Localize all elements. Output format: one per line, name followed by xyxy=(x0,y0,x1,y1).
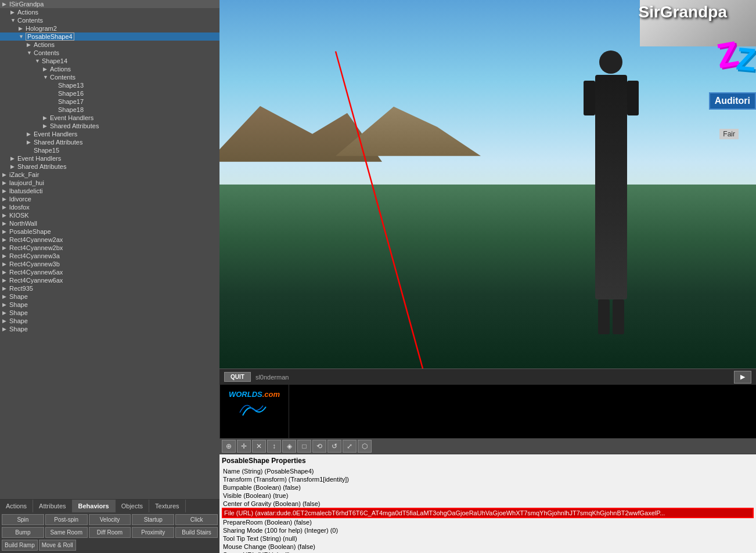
tree-item-rect4cya2bx[interactable]: ▶Rect4Cyannew2bx xyxy=(0,244,219,252)
prop-row-8[interactable]: Tool Tip Text (String) (null) xyxy=(222,534,754,543)
tree-item-posableshape[interactable]: ▶PosableShape xyxy=(0,227,219,236)
tree-item-shape_d[interactable]: ▶Shape xyxy=(0,317,219,325)
tab-textures[interactable]: Textures xyxy=(149,500,186,512)
tree-item-shape_e[interactable]: ▶Shape xyxy=(0,325,219,333)
tree-item-sharedattr1[interactable]: ▶Shared Attributes xyxy=(0,122,219,130)
tree-arrow-hologram2: ▶ xyxy=(19,26,26,31)
tree-item-sharedattr2[interactable]: ▶Shared Attributes xyxy=(0,138,219,146)
beh-btn-same-room[interactable]: Same Room xyxy=(45,527,88,538)
tree-item-hologram2[interactable]: ▶Hologram2 xyxy=(0,24,219,32)
tree-arrow-ldivorce: ▶ xyxy=(2,196,9,202)
tree-item-rect4cya3b[interactable]: ▶Rect4Cyannew3b xyxy=(0,260,219,268)
free-move-tool[interactable]: ↕ xyxy=(267,440,281,453)
tree-item-shape18[interactable]: Shape18 xyxy=(0,106,219,114)
tree-item-rect4cya5ax[interactable]: ▶Rect4Cyannew5ax xyxy=(0,268,219,276)
tree-item-rect4cya3a[interactable]: ▶Rect4Cyannew3a xyxy=(0,252,219,260)
tree-item-eventhandlers2[interactable]: ▶Event Handlers xyxy=(0,130,219,138)
tree-item-rect4cya2ax[interactable]: ▶Rect4Cyannew2ax xyxy=(0,236,219,244)
tree-item-shape13[interactable]: Shape13 xyxy=(0,81,219,89)
prop-row-4[interactable]: Center of Gravity (Boolean) (false) xyxy=(222,500,754,508)
tree-item-ldosfox[interactable]: ▶ldosfox xyxy=(0,203,219,211)
beh-btn-spin[interactable]: Spin xyxy=(2,514,44,525)
rotate-tool[interactable]: ✛ xyxy=(237,440,251,453)
tree-item-eventhandlers1[interactable]: ▶Event Handlers xyxy=(0,114,219,122)
tree-item-actions3[interactable]: ▶Actions xyxy=(0,65,219,73)
prop-row-6[interactable]: PrepareRoom (Boolean) (false) xyxy=(222,518,754,526)
tool10[interactable]: ⬡ xyxy=(358,440,372,453)
beh-btn-click[interactable]: Click xyxy=(175,514,218,525)
nametag: SirGrandpa xyxy=(639,3,727,21)
tree-item-shape_c[interactable]: ▶Shape xyxy=(0,309,219,317)
tree-item-laujourd[interactable]: ▶laujourd_hui xyxy=(0,179,219,187)
quit-button[interactable]: QUIT xyxy=(224,372,251,382)
move-tool[interactable]: ⊕ xyxy=(222,440,236,453)
tree-item-shape17[interactable]: Shape17 xyxy=(0,97,219,106)
tree-item-eventhandlers3[interactable]: ▶Event Handlers xyxy=(0,154,219,162)
tree-item-ldivorce[interactable]: ▶ldivorce xyxy=(0,195,219,203)
tool7[interactable]: ⟲ xyxy=(312,440,326,453)
prop-row-2[interactable]: Bumpable (Boolean) (false) xyxy=(222,483,754,491)
tree-item-shape_a[interactable]: ▶Shape xyxy=(0,292,219,301)
tree-label-shape_e: Shape xyxy=(9,326,28,332)
tree-item-rect935[interactable]: ▶Rect935 xyxy=(0,284,219,292)
tree-item-kiosk[interactable]: ▶KIOSK xyxy=(0,211,219,219)
arrow-right-button[interactable]: ▶ xyxy=(734,371,751,384)
beh-btn-diff-room[interactable]: Diff Room xyxy=(89,527,131,538)
tree-item-contents2[interactable]: ▼Contents xyxy=(0,49,219,57)
tab-objects[interactable]: Objects xyxy=(116,500,149,512)
tree-item-izackfair[interactable]: ▶iZack_Fair xyxy=(0,171,219,179)
prop-row-7[interactable]: Sharing Mode (100 for help) (Integer) (0… xyxy=(222,526,754,534)
tool8[interactable]: ↺ xyxy=(327,440,341,453)
beh-btn-proximity[interactable]: Proximity xyxy=(132,527,174,538)
prop-row-1[interactable]: Transform (Transform) (Transform1[identi… xyxy=(222,475,754,483)
tree-item-lbatus[interactable]: ▶lbatusdelicti xyxy=(0,187,219,195)
left-tabs: ActionsAttributesBehaviorsObjectsTexture… xyxy=(0,499,219,553)
snap-tool[interactable]: ◈ xyxy=(282,440,296,453)
beh-btn-velocity[interactable]: Velocity xyxy=(89,514,131,525)
tree-arrow-eventhandlers1: ▶ xyxy=(43,115,50,121)
tree-label-sharedattr2: Shared Attributes xyxy=(34,139,82,146)
tree-arrow-izackfair: ▶ xyxy=(2,172,9,178)
prop-row-0[interactable]: Name (String) (PosableShape4) xyxy=(222,467,754,475)
tree-scroll[interactable]: ▶ISirGrandpa▶Actions▼Contents▶Hologram2▼… xyxy=(0,0,219,499)
tree-arrow-rect935: ▶ xyxy=(2,285,9,291)
tree-item-sharedattr3[interactable]: ▶Shared Attributes xyxy=(0,162,219,171)
tree-item-isir[interactable]: ▶ISirGrandpa xyxy=(0,0,219,8)
prop-row-3[interactable]: Visible (Boolean) (true) xyxy=(222,491,754,500)
tool6[interactable]: □ xyxy=(297,440,311,453)
beh-btn-build-stairs[interactable]: Build Stairs xyxy=(175,527,218,538)
worlds-swirl xyxy=(237,401,272,418)
beh-btn-bump[interactable]: Bump xyxy=(2,527,44,538)
tree-item-shape14[interactable]: ▼Shape14 xyxy=(0,57,219,65)
tree-item-contents3[interactable]: ▼Contents xyxy=(0,73,219,81)
tree-item-shape15[interactable]: Shape15 xyxy=(0,146,219,154)
tree-label-actions1: Actions xyxy=(17,9,38,16)
beh-btn-startup[interactable]: Startup xyxy=(132,514,174,525)
tree-arrow-rect4cya2ax: ▶ xyxy=(2,237,9,243)
prop-row-5[interactable]: File (URL) (avatar:dude.0ET2cmalecbT6rhd… xyxy=(222,508,754,518)
tree-item-contents1[interactable]: ▼Contents xyxy=(0,16,219,24)
scale-tool[interactable]: ✕ xyxy=(252,440,266,453)
behaviors-row3: Build RampMove & Roll xyxy=(0,540,219,553)
tree-item-shape16[interactable]: Shape16 xyxy=(0,89,219,97)
beh-btn-move-&-roll[interactable]: Move & Roll xyxy=(39,540,76,551)
tree-item-actions1[interactable]: ▶Actions xyxy=(0,8,219,16)
prop-row-10[interactable]: Scene URL (URL) (null) xyxy=(222,551,754,553)
tree-label-ldivorce: ldivorce xyxy=(9,196,31,203)
behaviors-panel: SpinPost-spinVelocityStartupClick BumpSa… xyxy=(0,512,219,553)
tab-actions[interactable]: Actions xyxy=(0,500,33,512)
tree-item-posable4[interactable]: ▼PosableShape4 xyxy=(0,32,219,41)
beh-btn-post-spin[interactable]: Post-spin xyxy=(45,514,88,525)
toolbar: ⊕✛✕↕◈□⟲↺⤢⬡ xyxy=(219,438,756,454)
tree-item-northwall[interactable]: ▶NorthWall xyxy=(0,219,219,227)
tree-item-rect4cya6ax[interactable]: ▶Rect4Cyannew6ax xyxy=(0,276,219,284)
tab-behaviors[interactable]: Behaviors xyxy=(73,500,116,512)
prop-row-9[interactable]: Mouse Change (Boolean) (false) xyxy=(222,543,754,551)
tree-arrow-sharedattr2: ▶ xyxy=(27,139,34,145)
tree-item-actions2[interactable]: ▶Actions xyxy=(0,41,219,49)
tree-label-izackfair: iZack_Fair xyxy=(9,171,39,178)
beh-btn-build-ramp[interactable]: Build Ramp xyxy=(2,540,38,551)
tree-item-shape_b[interactable]: ▶Shape xyxy=(0,301,219,309)
tool9[interactable]: ⤢ xyxy=(343,440,357,453)
tab-attributes[interactable]: Attributes xyxy=(33,500,72,512)
